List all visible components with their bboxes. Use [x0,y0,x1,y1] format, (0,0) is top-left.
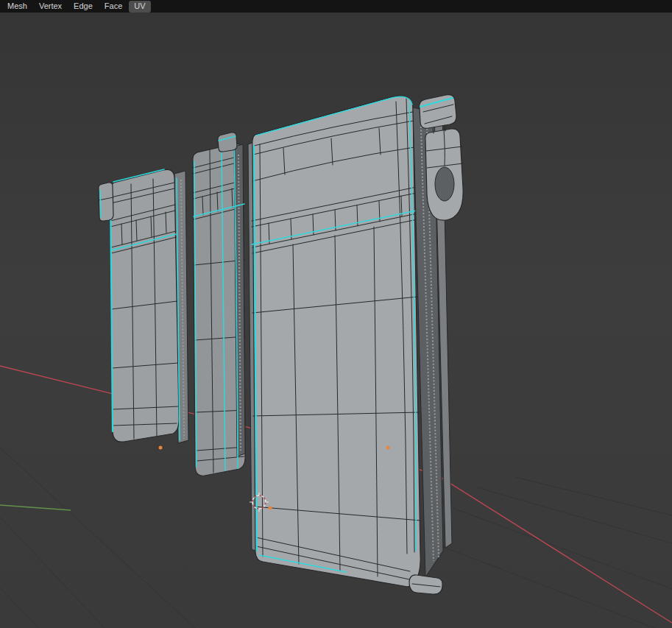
menu-face[interactable]: Face [99,1,127,13]
menu-uv[interactable]: UV [129,1,150,13]
menu-edge[interactable]: Edge [68,1,98,13]
menubar: Mesh Vertex Edge Face UV [0,0,672,13]
panel-front[interactable] [248,96,420,587]
menu-vertex[interactable]: Vertex [34,1,67,13]
origin-dot [269,507,272,510]
blender-window: Mesh Vertex Edge Face UV [0,0,672,628]
panel-left-tab-seam [100,190,101,217]
panel-middle-zipper-stop[interactable] [218,133,237,152]
origin-dot [386,446,390,450]
panel-middle[interactable] [193,133,246,476]
menu-mesh[interactable]: Mesh [2,1,32,13]
origin-dot [159,446,163,450]
zipper-bottom-stop[interactable] [409,575,442,594]
viewport-3d[interactable] [0,0,672,628]
panel-left[interactable] [99,169,188,443]
panel-left-face[interactable] [110,169,179,442]
viewport-canvas[interactable] [0,0,672,628]
zipper-pull-hole [435,167,454,201]
